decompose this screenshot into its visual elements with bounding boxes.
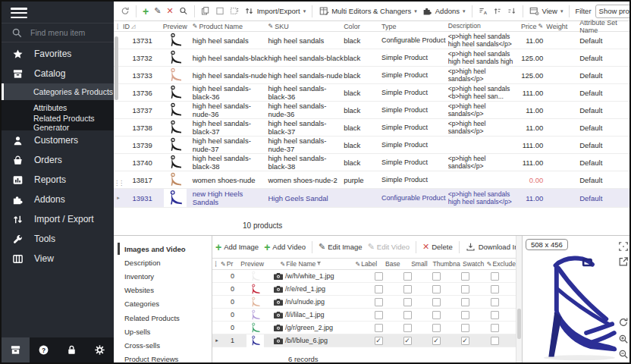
view-menu[interactable]: View▾ [529, 5, 564, 18]
checkbox-icon[interactable] [215, 6, 225, 17]
checkbox-base[interactable] [375, 298, 383, 306]
column-header-color[interactable]: Color [344, 23, 381, 30]
column-header-exclude[interactable]: ✎Exclude [487, 260, 516, 268]
checkbox-swatch[interactable] [461, 298, 469, 306]
column-header-weight[interactable]: Weight [546, 23, 573, 30]
sidebar-item-reports[interactable]: Reports [2, 170, 114, 190]
sidebar-item-customers[interactable]: Customers [2, 130, 114, 150]
tab-websites[interactable]: Websites [114, 284, 212, 297]
checkbox-base[interactable] [375, 285, 383, 293]
tab-description[interactable]: Description [114, 256, 212, 269]
category-filter-select[interactable]: Show products from selected categories▾ [595, 5, 631, 18]
sidebar-item-categories-products[interactable]: Categories & Products [2, 83, 114, 100]
add-video-button[interactable]: +Add Video [263, 241, 306, 253]
delete-product-button[interactable]: ✕ [165, 5, 174, 17]
store-icon[interactable] [2, 337, 30, 362]
add-image-button[interactable]: +Add Image [215, 241, 259, 253]
duplicate-icon[interactable] [200, 6, 211, 17]
checkbox-thumbna[interactable] [432, 285, 441, 293]
column-header-base[interactable]: Base [379, 260, 406, 268]
checkbox-base[interactable] [375, 311, 383, 319]
add-product-button[interactable]: + [142, 6, 149, 17]
checkbox-exclude[interactable] [491, 298, 499, 306]
images-grid-scrollbar[interactable] [516, 236, 522, 364]
tab-inventory[interactable]: Inventory [114, 269, 212, 283]
sidebar-item-related-products-generator[interactable]: Related Products Generator [2, 115, 114, 130]
checkbox-thumbna[interactable] [432, 311, 441, 319]
column-header-label[interactable]: ✎Label [353, 260, 379, 268]
edit-product-button[interactable]: ✎ [153, 5, 162, 17]
checkbox-exclude[interactable] [491, 337, 499, 345]
checkbox-small[interactable] [403, 285, 412, 293]
sidebar-item-favorites[interactable]: Favorites [2, 44, 114, 64]
checkbox-swatch[interactable] [461, 285, 469, 293]
column-header-pr[interactable]: ✎Pr [221, 260, 237, 268]
checkbox-thumbna[interactable] [432, 298, 441, 306]
tab-related-products[interactable]: Related Products [114, 311, 212, 325]
lock-icon[interactable] [58, 337, 86, 362]
checkbox-swatch[interactable]: ✓ [461, 337, 469, 345]
column-header-id[interactable]: ID◿ [123, 23, 158, 30]
column-header-preview[interactable]: Preview [158, 23, 193, 30]
product-row-13737[interactable]: 13737high heel sandals-nude-36high heel … [114, 102, 631, 119]
checkbox-exclude[interactable] [491, 311, 499, 319]
tab-categories[interactable]: Categories [114, 297, 212, 311]
image-row-red_1.jpg[interactable]: 0/r/e/red_1.jpg [212, 283, 516, 296]
image-row-blue_6.jpg[interactable]: ▸1/b/l/blue_6.jpg✓✓✓✓ [212, 334, 516, 347]
grid-left-scrollbar[interactable] [115, 36, 118, 100]
edit-image-button[interactable]: ✎Edit Image [318, 240, 363, 253]
checkbox-thumbna[interactable]: ✓ [432, 337, 441, 345]
search-products-button[interactable] [178, 6, 189, 17]
tab-up-sells[interactable]: Up-sells [114, 325, 212, 338]
product-row-13739[interactable]: 13739high heel sandals-nude-37high heel … [114, 136, 631, 154]
fit-screen-icon[interactable] [617, 240, 629, 252]
sidebar-item-addons[interactable]: Addons [2, 190, 114, 209]
menu-search[interactable]: Find menu item [2, 23, 114, 42]
sidebar-item-import-export[interactable]: Import / Export [2, 209, 114, 229]
image-row-white_1.jpg[interactable]: 0/w/h/white_1.jpg [212, 270, 516, 283]
select-cells-icon[interactable] [229, 6, 240, 17]
sidebar-item-tools[interactable]: Tools [2, 229, 114, 249]
refresh-button[interactable] [120, 6, 130, 17]
image-row-nude.jpg[interactable]: 0/n/u/nude.jpg [212, 296, 516, 309]
column-header-thumbna[interactable]: Thumbna [432, 260, 460, 268]
checkbox-thumbna[interactable] [432, 272, 441, 281]
product-row-13817[interactable]: 13817women shoes-nudewomen shoes-nude-2p… [114, 171, 631, 189]
checkbox-swatch[interactable] [461, 272, 469, 281]
tab-product-reviews[interactable]: Product Reviews [114, 353, 212, 364]
product-row-13732[interactable]: 13732high heel sandals-blackhigh heel sa… [114, 49, 631, 67]
product-row-13736[interactable]: 13736high heel sandals-black-36high heel… [114, 84, 631, 102]
image-row-lilac_1.jpg[interactable]: 0/l/i/lilac_1.jpg [212, 309, 516, 322]
column-header-product-name[interactable]: ✎Product Name [193, 23, 268, 30]
product-row-13931[interactable]: ▸13931new High Heels SandalsHigh Geels S… [114, 189, 631, 208]
column-header-price[interactable]: Price✎ [517, 23, 546, 30]
column-header-description[interactable]: Description [448, 22, 518, 30]
row-drag-handle-icon[interactable]: ⋮⋮ [114, 180, 123, 187]
checkbox-exclude[interactable] [491, 324, 499, 332]
column-header-small[interactable]: Small [406, 260, 432, 268]
checkbox-swatch[interactable] [461, 311, 469, 319]
column-header-sku[interactable]: ✎SKU [268, 23, 344, 30]
checkbox-small[interactable] [403, 298, 412, 306]
sort-down-icon[interactable] [507, 6, 517, 17]
sort-up-icon[interactable] [492, 6, 503, 17]
tab-cross-sells[interactable]: Cross-sells [114, 338, 212, 352]
checkbox-base[interactable] [375, 272, 383, 281]
hamburger-menu-icon[interactable] [11, 8, 27, 20]
gear-icon[interactable] [86, 337, 114, 362]
addons-menu[interactable]: Addons▾ [422, 5, 466, 18]
tab-images-and-video[interactable]: Images and Video [114, 242, 212, 256]
checkbox-small[interactable] [403, 272, 412, 281]
checkbox-small[interactable]: ✓ [403, 337, 412, 345]
column-header-preview[interactable]: Preview [237, 260, 268, 268]
delete-image-button[interactable]: ✕Delete [422, 240, 454, 253]
checkbox-small[interactable] [403, 311, 412, 319]
image-row-green_2.jpg[interactable]: 0/g/r/green_2.jpg [212, 322, 516, 334]
help-icon[interactable]: ? [30, 337, 58, 362]
checkbox-base[interactable]: ✓ [375, 337, 383, 345]
checkbox-exclude[interactable] [491, 272, 499, 281]
import-export-menu[interactable]: Import/Export▾ [243, 5, 307, 18]
checkbox-thumbna[interactable] [432, 324, 441, 332]
product-row-13733[interactable]: 13733high heel sandals-nudehigh heel san… [114, 67, 631, 84]
column-header-swatch[interactable]: Swatch [460, 260, 487, 268]
